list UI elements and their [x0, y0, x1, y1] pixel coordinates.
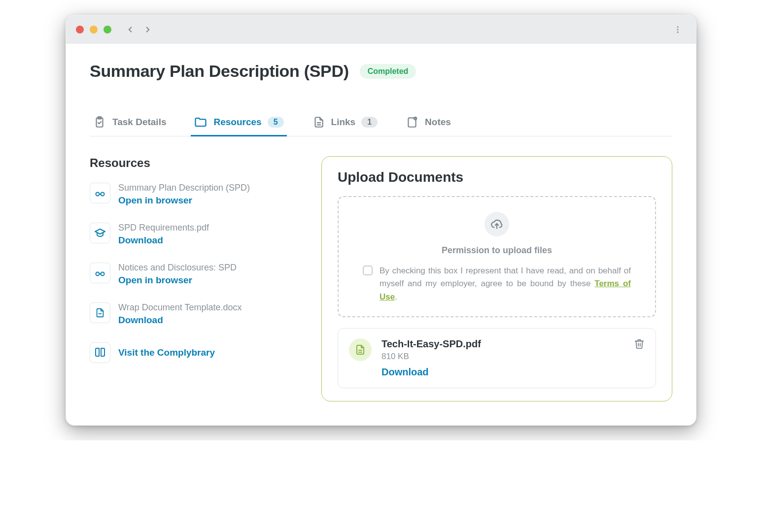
resource-name: Summary Plan Description (SPD) — [118, 183, 250, 193]
notes-icon — [405, 115, 419, 129]
uploaded-file-card: Tech-It-Easy-SPD.pdf 810 KB Download — [338, 328, 656, 388]
tab-label: Notes — [425, 117, 451, 128]
file-info: Tech-It-Easy-SPD.pdf 810 KB Download — [381, 338, 624, 378]
resource-item: SPD Requirements.pdf Download — [90, 223, 302, 246]
glasses-icon — [90, 183, 110, 203]
resource-name: Notices and Disclosures: SPD — [118, 263, 237, 273]
upload-dropzone[interactable]: Permission to upload files By checking t… — [338, 196, 656, 317]
status-badge: Completed — [360, 64, 416, 79]
permission-title: Permission to upload files — [353, 245, 640, 256]
main-body: Resources Summary Plan Description (SPD)… — [90, 156, 672, 401]
permission-text-prefix: By checking this box I represent that I … — [380, 266, 631, 288]
close-window-button[interactable] — [76, 26, 84, 33]
svg-point-11 — [96, 272, 100, 276]
resources-heading: Resources — [90, 156, 302, 170]
resource-item: Notices and Disclosures: SPD Open in bro… — [90, 263, 302, 286]
maximize-window-button[interactable] — [104, 26, 111, 33]
forward-button[interactable] — [141, 23, 155, 36]
education-icon — [90, 223, 110, 243]
cloud-upload-icon — [485, 212, 509, 236]
page-title: Summary Plan Description (SPD) — [90, 62, 349, 81]
tab-notes[interactable]: Notes — [402, 108, 454, 136]
tab-bar: Task Details Resources 5 Links 1 — [90, 108, 672, 136]
folder-icon — [194, 115, 208, 129]
resource-item: Summary Plan Description (SPD) Open in b… — [90, 183, 302, 206]
tab-label: Links — [331, 117, 356, 128]
nav-arrows — [123, 23, 155, 36]
svg-point-1 — [677, 29, 679, 31]
permission-checkbox[interactable] — [363, 266, 373, 275]
permission-row: By checking this box I represent that I … — [353, 265, 640, 303]
tab-label: Resources — [213, 117, 261, 128]
file-name: Tech-It-Easy-SPD.pdf — [381, 338, 624, 350]
titlebar — [66, 15, 696, 44]
resource-action-link[interactable]: Download — [118, 315, 242, 326]
svg-point-12 — [101, 272, 104, 276]
resource-item: Wrap Document Template.docx Download — [90, 302, 302, 326]
page-header: Summary Plan Description (SPD) Completed — [90, 62, 672, 81]
book-icon — [90, 342, 110, 363]
file-icon — [349, 338, 372, 361]
file-download-link[interactable]: Download — [381, 366, 624, 378]
tab-task-details[interactable]: Task Details — [90, 108, 169, 136]
resource-name: SPD Requirements.pdf — [118, 223, 209, 233]
resource-action-link[interactable]: Download — [118, 235, 209, 246]
svg-point-2 — [677, 32, 679, 33]
svg-point-0 — [677, 26, 679, 28]
traffic-lights — [76, 26, 111, 33]
minimize-window-button[interactable] — [90, 26, 98, 33]
resource-action-link[interactable]: Open in browser — [118, 275, 237, 286]
app-window: Summary Plan Description (SPD) Completed… — [66, 15, 696, 426]
upload-panel: Upload Documents Permission to upload fi… — [321, 156, 672, 401]
resource-action-link[interactable]: Open in browser — [118, 195, 250, 206]
file-icon — [90, 302, 110, 323]
tab-resources[interactable]: Resources 5 — [191, 108, 286, 136]
glasses-icon — [90, 263, 110, 283]
resource-name: Wrap Document Template.docx — [118, 302, 242, 313]
delete-file-button[interactable] — [634, 338, 645, 349]
permission-text-suffix: . — [395, 292, 397, 301]
tab-count-badge: 5 — [268, 117, 284, 128]
file-size: 810 KB — [381, 352, 624, 362]
resources-column: Resources Summary Plan Description (SPD)… — [90, 156, 302, 363]
permission-text: By checking this box I represent that I … — [380, 265, 631, 303]
clipboard-icon — [93, 115, 106, 129]
attachment-icon — [312, 115, 325, 129]
upload-column: Upload Documents Permission to upload fi… — [321, 156, 672, 401]
tab-links[interactable]: Links 1 — [309, 108, 381, 136]
svg-point-10 — [101, 193, 104, 196]
back-button[interactable] — [123, 23, 137, 36]
content-area: Summary Plan Description (SPD) Completed… — [66, 44, 696, 425]
hamburger-menu-button[interactable] — [669, 21, 686, 38]
tab-label: Task Details — [112, 117, 166, 128]
tab-count-badge: 1 — [361, 117, 378, 128]
upload-heading: Upload Documents — [338, 169, 656, 185]
svg-point-9 — [96, 193, 100, 196]
visit-library-row: Visit the Complybrary — [90, 342, 302, 363]
visit-library-link[interactable]: Visit the Complybrary — [118, 347, 215, 358]
